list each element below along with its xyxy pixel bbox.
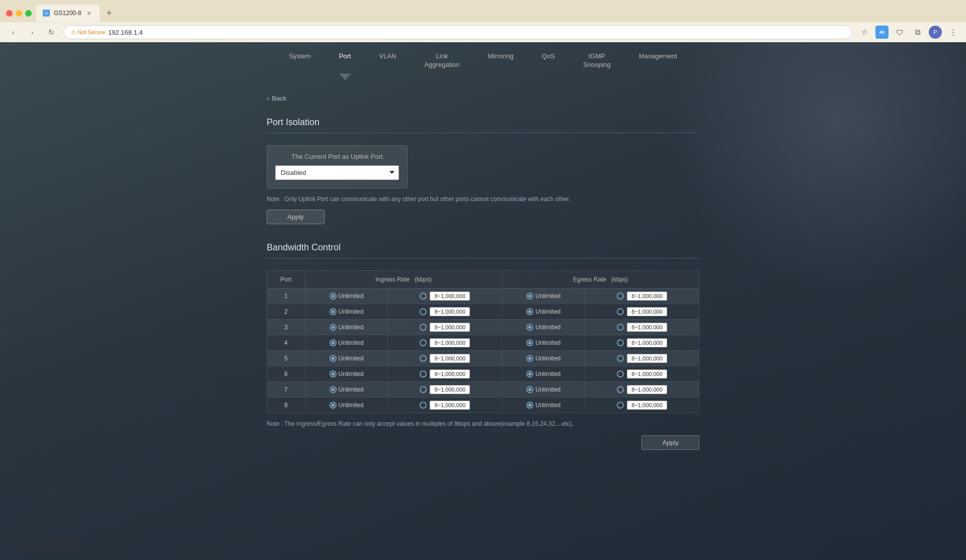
- port-isolation-apply-button[interactable]: Apply: [267, 210, 325, 224]
- tab-system[interactable]: System: [275, 47, 325, 74]
- egress-unlimited-radio[interactable]: [526, 293, 533, 300]
- new-tab-button[interactable]: +: [104, 8, 115, 19]
- egress-value-cell: [585, 382, 699, 397]
- ingress-rate-input[interactable]: [430, 369, 470, 379]
- egress-rate-input[interactable]: [627, 307, 667, 316]
- not-secure-indicator: ⚠ Not Secure: [71, 29, 105, 36]
- egress-unlimited-cell: Unlimited: [502, 350, 585, 366]
- profile-avatar[interactable]: P: [929, 26, 942, 39]
- ingress-value-cell: [388, 397, 502, 413]
- tab-close-button[interactable]: ✕: [86, 10, 93, 17]
- egress-rate-input[interactable]: [627, 292, 667, 301]
- extensions-button[interactable]: ⧉: [911, 25, 925, 39]
- bandwidth-control-title: Bandwidth Control: [267, 242, 699, 258]
- ingress-custom-radio[interactable]: [420, 386, 427, 393]
- ingress-rate-input[interactable]: [430, 307, 470, 316]
- tab-igmp-snooping[interactable]: IGMP Snooping: [569, 47, 625, 74]
- col-port: Port: [267, 270, 305, 288]
- ingress-unlimited-radio[interactable]: [330, 370, 337, 378]
- egress-rate-input[interactable]: [627, 369, 667, 379]
- ingress-rate-input[interactable]: [430, 292, 470, 301]
- ingress-custom-radio[interactable]: [420, 355, 427, 362]
- ingress-rate-input[interactable]: [430, 323, 470, 332]
- egress-unlimited-radio[interactable]: [526, 339, 533, 346]
- bandwidth-control-section: Bandwidth Control Port Ingress Rate (kbp…: [267, 242, 699, 450]
- table-row: 6 Unlimited Unlimited: [267, 366, 699, 382]
- egress-custom-radio[interactable]: [617, 355, 624, 362]
- egress-value-cell: [585, 335, 699, 350]
- ingress-custom-radio[interactable]: [420, 370, 427, 378]
- table-row: 4 Unlimited Unlimited: [267, 335, 699, 350]
- ingress-rate-input[interactable]: [430, 401, 470, 410]
- menu-button[interactable]: ⋮: [946, 25, 960, 39]
- ingress-custom-radio[interactable]: [420, 402, 427, 409]
- tab-management[interactable]: Management: [625, 47, 691, 74]
- egress-unlimited-radio[interactable]: [526, 355, 533, 362]
- ingress-unlimited-radio[interactable]: [330, 324, 337, 331]
- egress-rate-input[interactable]: [627, 338, 667, 347]
- bandwidth-table: Port Ingress Rate (kbps) Egress Rate (kb…: [267, 270, 699, 413]
- ingress-unlimited-radio[interactable]: [330, 339, 337, 346]
- address-bar[interactable]: ⚠ Not Secure 192.168.1.4: [63, 25, 852, 39]
- egress-custom-radio[interactable]: [617, 386, 624, 393]
- egress-unlimited-radio[interactable]: [526, 308, 533, 315]
- browser-tab[interactable]: G GS1200-8 ✕: [36, 5, 100, 22]
- back-link[interactable]: ‹ Back: [267, 95, 699, 102]
- port-number: 2: [267, 304, 305, 319]
- traffic-light-green[interactable]: [25, 10, 32, 17]
- egress-custom-radio[interactable]: [617, 324, 624, 331]
- port-number: 5: [267, 350, 305, 366]
- egress-custom-radio[interactable]: [617, 339, 624, 346]
- bookmark-button[interactable]: ☆: [857, 25, 871, 39]
- ingress-rate-input[interactable]: [430, 354, 470, 363]
- egress-rate-input[interactable]: [627, 401, 667, 410]
- ingress-unlimited-cell: Unlimited: [305, 366, 388, 382]
- ingress-rate-input[interactable]: [430, 338, 470, 347]
- egress-value-cell: [585, 397, 699, 413]
- traffic-light-red[interactable]: [6, 10, 13, 17]
- ingress-custom-radio[interactable]: [420, 293, 427, 300]
- ingress-custom-radio[interactable]: [420, 324, 427, 331]
- egress-rate-input[interactable]: [627, 323, 667, 332]
- egress-custom-radio[interactable]: [617, 370, 624, 378]
- egress-rate-input[interactable]: [627, 354, 667, 363]
- ingress-custom-radio[interactable]: [420, 308, 427, 315]
- egress-unlimited-cell: Unlimited: [502, 335, 585, 350]
- warning-icon: ⚠: [71, 29, 76, 36]
- reload-button[interactable]: ↻: [44, 25, 58, 39]
- traffic-light-yellow[interactable]: [16, 10, 22, 17]
- egress-custom-radio[interactable]: [617, 402, 624, 409]
- ingress-rate-input[interactable]: [430, 385, 470, 394]
- ingress-unlimited-radio[interactable]: [330, 308, 337, 315]
- ingress-unlimited-radio[interactable]: [330, 386, 337, 393]
- tab-port[interactable]: Port: [325, 47, 365, 74]
- back-nav-button[interactable]: ‹: [6, 25, 20, 39]
- egress-unlimited-radio[interactable]: [526, 370, 533, 378]
- ingress-value-cell: [388, 304, 502, 319]
- egress-unlimited-radio[interactable]: [526, 324, 533, 331]
- ingress-unlimited-radio[interactable]: [330, 402, 337, 409]
- egress-unlimited-cell: Unlimited: [502, 304, 585, 319]
- egress-custom-radio[interactable]: [617, 293, 624, 300]
- ingress-unlimited-radio[interactable]: [330, 355, 337, 362]
- egress-unlimited-radio[interactable]: [526, 402, 533, 409]
- egress-unlimited-radio[interactable]: [526, 386, 533, 393]
- tab-title: GS1200-8: [54, 10, 82, 17]
- tab-vlan[interactable]: VLAN: [365, 47, 410, 74]
- tab-bar: G GS1200-8 ✕ +: [0, 0, 966, 22]
- extension-icon-46[interactable]: 46: [875, 26, 889, 39]
- ingress-unlimited-radio[interactable]: [330, 293, 337, 300]
- forward-nav-button[interactable]: ›: [25, 25, 39, 39]
- port-number: 3: [267, 319, 305, 335]
- ingress-custom-radio[interactable]: [420, 339, 427, 346]
- uplink-port-select[interactable]: Disabled Enabled: [275, 165, 399, 180]
- egress-rate-input[interactable]: [627, 385, 667, 394]
- tab-mirroring[interactable]: Mirroring: [474, 47, 528, 74]
- tab-link-aggregation[interactable]: Link Aggregation: [410, 47, 473, 74]
- shield-icon[interactable]: 🛡: [893, 25, 907, 39]
- bandwidth-apply-button[interactable]: Apply: [641, 435, 699, 450]
- tab-qos[interactable]: QoS: [528, 47, 569, 74]
- egress-custom-radio[interactable]: [617, 308, 624, 315]
- back-arrow-icon: ‹: [267, 95, 269, 102]
- traffic-lights: [6, 10, 32, 17]
